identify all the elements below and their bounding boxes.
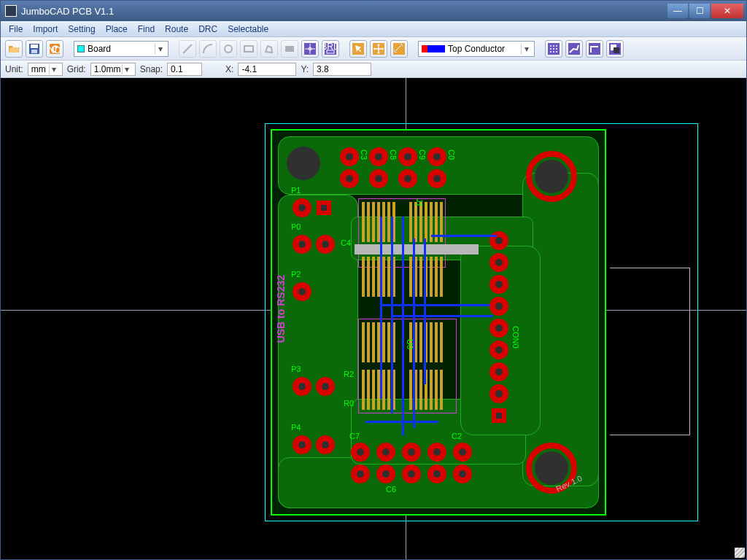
- corner-button[interactable]: [586, 40, 603, 58]
- tool-board-button[interactable]: BRD: [322, 40, 339, 58]
- tool-poly-button[interactable]: [260, 40, 278, 58]
- x-field[interactable]: -4.1: [238, 63, 296, 76]
- pad: [351, 443, 370, 462]
- pad: [340, 147, 359, 166]
- menu-drc[interactable]: DRC: [193, 23, 222, 36]
- hole: [535, 451, 568, 485]
- menu-place[interactable]: Place: [101, 23, 133, 36]
- svg-point-21: [553, 48, 554, 50]
- pad: [316, 377, 335, 396]
- x-label: X:: [225, 64, 233, 74]
- unit-dropdown[interactable]: mm▾: [28, 63, 63, 76]
- svg-point-18: [553, 45, 554, 47]
- pad: [453, 443, 472, 462]
- ref-R2: R2: [344, 370, 354, 378]
- save-button[interactable]: [26, 40, 43, 58]
- view-dropdown[interactable]: Board ▾: [74, 41, 169, 57]
- layer-dropdown[interactable]: Top Conductor ▾: [418, 41, 535, 57]
- pad: [489, 362, 508, 381]
- menu-selectable[interactable]: Selectable: [222, 23, 274, 36]
- tool-fill-button[interactable]: [281, 40, 298, 58]
- ref-C2: C2: [452, 432, 462, 440]
- pad: [351, 464, 370, 483]
- menu-route[interactable]: Route: [160, 23, 193, 36]
- pad: [369, 169, 388, 188]
- tool-rect-button[interactable]: [240, 40, 258, 58]
- title-bar[interactable]: JumboCAD PCB V1.1 — ☐ ✕: [1, 1, 746, 21]
- board-swatch-icon: [77, 45, 85, 52]
- pad: [489, 297, 508, 316]
- measure-button[interactable]: [390, 40, 408, 58]
- ref-C0: C0: [447, 149, 456, 160]
- menu-setting[interactable]: Setting: [63, 23, 100, 36]
- minimize-button[interactable]: —: [667, 4, 688, 18]
- open-button[interactable]: [5, 40, 23, 58]
- grid-dropdown[interactable]: 1.0mm▾: [90, 63, 136, 76]
- ref-C9: C9: [418, 149, 427, 160]
- pad: [489, 253, 508, 272]
- menu-file[interactable]: File: [4, 23, 28, 36]
- svg-rect-1: [31, 44, 38, 48]
- pad: [427, 147, 446, 166]
- snap-field[interactable]: 0.1: [167, 63, 202, 76]
- close-button[interactable]: ✕: [711, 4, 743, 18]
- svg-rect-2: [31, 50, 37, 53]
- pad: [402, 464, 421, 483]
- ref-C3: C3: [360, 149, 368, 160]
- trace: [431, 235, 497, 237]
- ref-C8: C8: [389, 149, 398, 160]
- ref-C6: C6: [386, 485, 396, 494]
- trace: [413, 238, 415, 428]
- trace: [380, 304, 489, 306]
- pad: [398, 169, 417, 188]
- pad: [427, 464, 446, 483]
- connector-outline: [610, 268, 690, 435]
- app-icon: [5, 5, 17, 17]
- route-button[interactable]: [565, 40, 583, 58]
- tool-origin-button[interactable]: [301, 40, 319, 58]
- select-button[interactable]: [349, 40, 367, 58]
- tool-circle-button[interactable]: [220, 40, 237, 58]
- pad: [293, 282, 311, 301]
- move-button[interactable]: [370, 40, 387, 58]
- ic-body: [355, 244, 479, 254]
- svg-point-19: [556, 45, 557, 47]
- pad: [427, 169, 446, 188]
- svg-point-23: [550, 51, 551, 52]
- board: P1 P0 C4 P2 P3 P4 C3 C8 C9 C0: [271, 129, 606, 516]
- ref-C7: C7: [349, 432, 360, 440]
- svg-rect-7: [285, 46, 294, 52]
- snap-label: Snap:: [140, 64, 163, 74]
- maximize-button[interactable]: ☐: [689, 4, 710, 18]
- pad: [489, 341, 508, 359]
- main-toolbar: UNDO Board ▾ BRD Top Conductor ▾: [1, 37, 746, 61]
- layer-toggle-button[interactable]: [606, 40, 624, 58]
- pad: [453, 464, 472, 483]
- svg-point-17: [550, 45, 551, 47]
- pad: [398, 147, 417, 166]
- resize-grip[interactable]: [735, 548, 745, 558]
- undo-button[interactable]: UNDO: [46, 40, 63, 58]
- pcb-canvas[interactable]: P1 P0 C4 P2 P3 P4 C3 C8 C9 C0: [1, 78, 746, 559]
- status-bar: Unit: mm▾ Grid: 1.0mm▾ Snap: 0.1 X: -4.1…: [1, 61, 746, 78]
- pad: [293, 377, 311, 396]
- pad: [489, 384, 508, 403]
- hole: [535, 160, 568, 193]
- menu-find[interactable]: Find: [133, 23, 160, 36]
- ref-P1: P1: [291, 186, 301, 195]
- grid-button[interactable]: [545, 40, 562, 58]
- y-field[interactable]: 3.8: [313, 63, 371, 76]
- tool-arc-button[interactable]: [199, 40, 217, 58]
- y-label: Y:: [301, 64, 309, 74]
- ref-C4: C4: [341, 238, 351, 247]
- menu-import[interactable]: Import: [28, 23, 63, 36]
- svg-text:UNDO: UNDO: [49, 45, 61, 55]
- pad: [293, 235, 311, 254]
- chevron-down-icon: ▾: [49, 64, 59, 74]
- pad: [316, 435, 335, 454]
- tool-line-button[interactable]: [179, 40, 196, 58]
- pad: [492, 408, 506, 423]
- pad: [489, 275, 508, 294]
- grid-label: Grid:: [67, 64, 86, 74]
- pad: [489, 231, 508, 250]
